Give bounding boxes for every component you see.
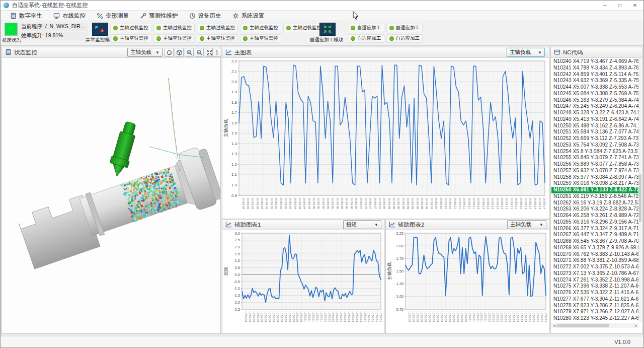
nc-code-list[interactable]: N10240 X4.719 Y-3.467 Z-4.669 A-76.396N1… xyxy=(551,58,639,322)
nc-line[interactable]: N10267 X6.447 Y-3.347 Z-9.489 A-71.055 xyxy=(551,232,639,238)
svg-text:16:59:13: 16:59:13 xyxy=(516,311,519,322)
svg-text:16:59:08: 16:59:08 xyxy=(416,311,419,322)
menu-item-digital-twin[interactable]: 数字孪生 xyxy=(5,11,48,21)
scroll-left-arrow[interactable]: ◄ xyxy=(552,323,556,328)
nc-line[interactable]: N10262 X6.16 Y-3.19 Z-8.682 A-72.534 C xyxy=(551,200,639,206)
menu-item-predictive-maintenance[interactable]: 预测性维护 xyxy=(134,11,184,21)
adaptive-job-chip[interactable]: 自适应加工 xyxy=(348,24,384,32)
nc-line[interactable]: N10259 X6.016 Y-3.098 Z-8.217 A-73.036 xyxy=(551,180,639,187)
nc-line[interactable]: N10245 X5.084 Y-3.308 Z-5.769 A-75.088 xyxy=(551,91,639,97)
nc-vscroll-thumb[interactable] xyxy=(639,174,641,222)
aux-chart2-selector[interactable]: 主轴负载▼ xyxy=(507,220,546,229)
menu-item-device-history[interactable]: 设备历史 xyxy=(184,11,227,21)
nc-line[interactable]: N10257 X5.932 Y-3.078 Z-7.974 A-73.243 xyxy=(551,168,639,174)
nc-line[interactable]: N10261 X6.119 Y-3.159 Z-8.546 A-72.701 xyxy=(551,193,639,200)
nc-line[interactable]: N10270 X6.762 Y-3.383 Z-10.143 A-69.34 xyxy=(551,251,639,258)
overload-monitor-chip[interactable]: 主轴过载监控 xyxy=(197,24,238,32)
maximize-button[interactable]: □ xyxy=(612,1,627,10)
nc-line[interactable]: N10247 X5.245 Y-3.249 Z-6.204 A-74.701 xyxy=(551,103,639,110)
current-program-row: 当前程序: /_N_WKS_DIR... xyxy=(19,23,88,31)
nc-line[interactable]: N10271 X6.88 Y-3.381 Z-10.359 A-68.711 xyxy=(551,257,639,264)
idle-monitor-chip[interactable]: 主轴空转监控 xyxy=(197,34,238,43)
adaptive-job-chip[interactable]: 自适应加工 xyxy=(348,34,384,43)
nc-line[interactable]: N10249 X5.413 Y-3.191 Z-6.642 A-74.346 xyxy=(551,116,639,123)
chip-label: 主轴过载监控 xyxy=(206,25,235,31)
nc-vertical-scrollbar[interactable] xyxy=(638,58,642,322)
nc-line[interactable]: N10246 X5.163 Y-3.279 Z-5.984 A-74.892 xyxy=(551,97,639,104)
nc-line[interactable]: N10272 X7.002 Y-3.375 Z-10.573 A-68.05 xyxy=(551,264,639,270)
menu-item-deform-measure[interactable]: 变形测量 xyxy=(91,11,134,21)
aux-chart2-panel: 辅助图表2 主轴负载▼ 0.751.001.251.501.752.002.25… xyxy=(385,219,549,334)
nc-line-selected[interactable]: N10260 X6.081 Y-3.133 Z-8.422 A-72.835 xyxy=(551,187,639,193)
zoom-in-button[interactable] xyxy=(185,48,194,57)
nc-horizontal-scrollbar[interactable]: ◄ ► xyxy=(551,323,639,328)
idle-monitor-chip[interactable]: 主轴空转监控 xyxy=(110,34,151,43)
svg-text:16:59:11: 16:59:11 xyxy=(476,311,479,322)
overload-monitor-chip[interactable]: 主轴过载监控 xyxy=(110,24,151,32)
status-dot-icon xyxy=(156,26,161,30)
nc-line[interactable]: N10243 X4.932 Y-3.369 Z-5.335 A-75.523 xyxy=(551,78,639,84)
nc-line[interactable]: N10248 X5.328 Y-3.22 Z-6.423 A-74.52 C xyxy=(551,110,639,116)
nc-line[interactable]: N10252 X5.669 Y-3.112 Z-7.293 A-73.844 xyxy=(551,135,639,142)
scroll-right-arrow[interactable]: ► xyxy=(634,323,638,328)
svg-text:1.00: 1.00 xyxy=(396,294,404,299)
nc-hscroll-thumb[interactable] xyxy=(556,324,609,327)
nc-line[interactable]: N10254 X5.8 Y-3.084 Z-7.625 A-73.571 C xyxy=(551,149,639,155)
nc-line[interactable]: N10280 X8.123 Y-3.245 Z-12.227 A-62.23 xyxy=(551,315,639,322)
svg-text:16:59:14: 16:59:14 xyxy=(544,311,547,322)
nc-line[interactable]: N10266 X6.377 Y-3.324 Z-9.317 A-71.443 xyxy=(551,226,639,232)
nc-line[interactable]: N10255 X5.845 Y-3.079 Z-7.741 A-73.458 xyxy=(551,155,639,161)
nc-line[interactable]: N10274 X7.261 Y-3.352 Z-10.998 A-66.67 xyxy=(551,277,639,284)
3d-viewport[interactable] xyxy=(2,58,220,333)
nc-line[interactable]: N10265 X6.316 Y-3.296 Z-9.156 A-71.771 xyxy=(551,219,639,226)
overload-monitor-chip[interactable]: 主轴过载监控 xyxy=(240,24,281,32)
svg-text:16:59:11: 16:59:11 xyxy=(472,197,475,210)
svg-text:16:59:10: 16:59:10 xyxy=(288,311,291,322)
nc-line[interactable]: N10275 X7.396 Y-3.338 Z-11.207 A-65.95 xyxy=(551,283,639,290)
overload-monitor-chip[interactable]: 主轴过载监控 xyxy=(283,24,325,32)
nc-line[interactable]: N10269 X6.65 Y-3.379 Z-9.926 A-69.947 C xyxy=(551,245,639,251)
aux-chart1-canvas[interactable]: -2.5-2.0-1.5-1.0-0.50.00.51.01.52.02.53.… xyxy=(223,230,384,335)
nc-line[interactable]: N10240 X4.719 Y-3.467 Z-4.669 A-76.396 xyxy=(551,58,639,65)
anomaly-module-icon[interactable] xyxy=(92,23,108,36)
minimize-button[interactable]: ─ xyxy=(597,1,612,10)
idle-monitor-chip[interactable]: 主轴空转监控 xyxy=(240,34,281,43)
nc-line[interactable]: N10264 X6.258 Y-3.261 Z-8.989 A-72.072 xyxy=(551,213,639,219)
aux-chart1-selector[interactable]: 扭矩▼ xyxy=(343,220,381,229)
iso-view-button[interactable] xyxy=(175,48,184,57)
nc-line[interactable]: N10278 X7.823 Y-3.286 Z-11.825 A-63.73 xyxy=(551,303,639,309)
nc-line[interactable]: N10273 X7.13 Y-3.365 Z-10.786 A-67.372 xyxy=(551,270,639,277)
svg-text:16:59:13: 16:59:13 xyxy=(508,311,511,322)
nc-line[interactable]: N10251 X5.584 Y-3.136 Z-7.077 A-74.012 xyxy=(551,129,639,135)
idle-monitor-chip[interactable]: 主轴空转监控 xyxy=(153,34,195,43)
nc-line[interactable]: N10244 X5.007 Y-3.338 Z-5.553 A-75.297 xyxy=(551,84,639,91)
adaptive-job-chip[interactable]: 自适应加工 xyxy=(386,34,423,43)
menu-item-system-settings[interactable]: 系统设置 xyxy=(227,11,270,21)
zoom-out-button[interactable] xyxy=(195,48,204,57)
nc-line[interactable]: N10277 X7.677 Y-3.304 Z-11.621 A-64.48 xyxy=(551,296,639,303)
close-button[interactable]: ✕ xyxy=(627,1,642,10)
adaptive-job-chip[interactable]: 自适应加工 xyxy=(386,24,423,32)
adaptive-module-icon[interactable] xyxy=(319,23,336,36)
nc-line[interactable]: N10268 X6.545 Y-3.367 Z-9.708 A-70.519 xyxy=(551,238,639,245)
nc-line[interactable]: N10241 X4.788 Y-3.434 Z-4.893 A-76.062 xyxy=(551,65,639,72)
nc-line[interactable]: N10258 X5.977 Y-3.084 Z-8.097 A-73.138 xyxy=(551,174,639,181)
nc-line[interactable]: N10250 X5.498 Y-3.162 Z-6.86 A-74.178 C xyxy=(551,123,639,129)
nc-line[interactable]: N10276 X7.535 Y-3.322 Z-11.415 A-65.22 xyxy=(551,290,639,296)
nc-line[interactable]: N10256 X5.889 Y-3.077 Z-7.858 A-73.348 xyxy=(551,161,639,168)
main-chart-canvas[interactable]: 0.91.01.11.21.31.41.51.61.71.81.92.02.12… xyxy=(223,58,549,221)
nc-line[interactable]: N10253 X5.754 Y-3.092 Z-7.508 A-73.677 xyxy=(551,142,639,149)
view-data-selector[interactable]: 主轴负载▼ xyxy=(127,48,163,57)
view-index-button[interactable]: 1 xyxy=(212,48,221,57)
orbit-view-button[interactable] xyxy=(165,48,174,57)
overload-monitor-chip[interactable]: 主轴过载监控 xyxy=(153,24,195,32)
menu-item-online-monitor[interactable]: 在线监控 xyxy=(48,11,91,21)
svg-text:16:59:13: 16:59:13 xyxy=(510,197,513,210)
nc-line[interactable]: N10242 X4.859 Y-3.401 Z-5.114 A-75.775 xyxy=(551,72,639,78)
svg-text:1.6: 1.6 xyxy=(231,121,237,125)
nc-line[interactable]: N10263 X6.206 Y-3.224 Z-8.828 A-72.33 C xyxy=(551,206,639,213)
main-chart-selector[interactable]: 主轴负载▼ xyxy=(507,48,545,57)
aux-chart2-canvas[interactable]: 0.751.001.251.501.752.002.2516:59:0816:5… xyxy=(386,230,549,335)
nc-line[interactable]: N10279 X7.971 Y-3.266 Z-12.027 A-62.98 xyxy=(551,309,639,315)
svg-text:16:59:10: 16:59:10 xyxy=(430,197,433,210)
